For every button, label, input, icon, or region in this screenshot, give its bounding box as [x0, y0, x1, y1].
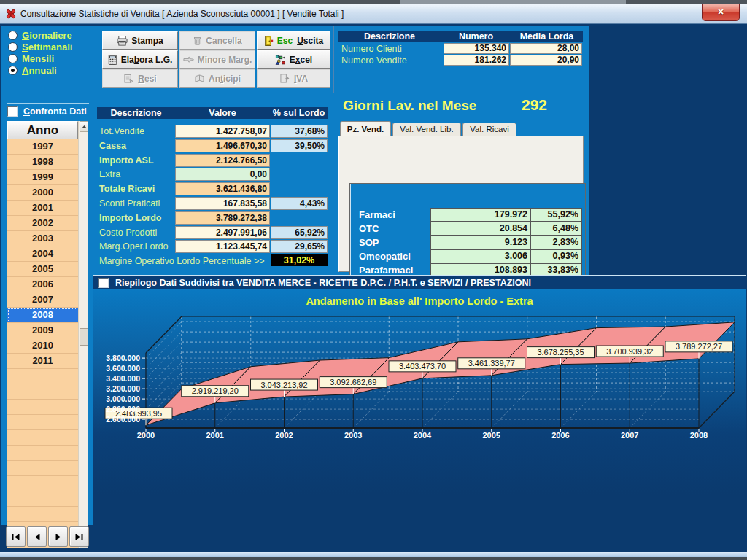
tab-val-ricavi[interactable]: Val. Ricavi	[462, 122, 516, 136]
excel-button[interactable]: Excel	[257, 50, 330, 69]
year-item-1998[interactable]: 1998	[7, 155, 78, 170]
nav-last-button[interactable]	[69, 526, 89, 547]
year-item-empty	[7, 461, 78, 476]
scroll-up-icon[interactable]	[80, 121, 88, 132]
button-label: Stampa	[131, 36, 163, 46]
stats-row-label: Importo ASL	[99, 155, 154, 166]
tab-pz-vend[interactable]: Pz. Vend.	[340, 121, 391, 136]
svg-text:2002: 2002	[275, 431, 293, 440]
category-pct: 2,83%	[530, 236, 582, 249]
period-radio-giornaliere[interactable]: Giornaliere	[8, 30, 72, 41]
compare-data-option[interactable]: Confronta Dati	[7, 106, 87, 117]
year-scrollbar[interactable]	[78, 121, 88, 548]
chart-title: Andamento in Base all' Importo Lordo - E…	[93, 295, 746, 307]
giorni-value: 292	[522, 96, 547, 114]
svg-text:2001: 2001	[206, 431, 224, 440]
svg-text:2007: 2007	[621, 431, 638, 440]
year-item-2011[interactable]: 2011	[7, 354, 78, 369]
category-label-farmaci: Farmaci	[359, 209, 395, 220]
nav-next-button[interactable]	[48, 526, 68, 547]
iva-button: IVA	[257, 69, 330, 88]
riepilogo-label: Riepilogo Dati Suddivisi tra VENDITA MER…	[115, 278, 531, 288]
riepilogo-checkbox[interactable]	[98, 278, 109, 288]
year-list-header: Anno	[7, 121, 78, 139]
svg-text:2000: 2000	[137, 431, 155, 440]
hand-icon	[183, 55, 194, 63]
giorni-panel: Giorni Lav. nel Mese 292 Farmaci179.9725…	[333, 93, 589, 275]
year-item-2010[interactable]: 2010	[7, 338, 78, 354]
year-item-empty	[7, 491, 78, 507]
summary-row-label: Numero Vendite	[341, 55, 407, 66]
year-item-1997[interactable]: 1997	[7, 139, 78, 155]
radio-icon	[8, 54, 18, 63]
year-item-2002[interactable]: 2002	[7, 216, 78, 231]
summary-numero-value: 181.262	[444, 55, 509, 66]
close-button[interactable]: ×	[702, 4, 740, 21]
year-item-empty	[7, 430, 78, 446]
button-label: Elabora L.G.	[121, 55, 173, 65]
stats-row-pct: 37,68%	[271, 125, 328, 138]
stats-row-pct: 29,65%	[271, 240, 328, 253]
svg-text:3.678.255,35: 3.678.255,35	[537, 348, 584, 357]
year-item-2006[interactable]: 2006	[7, 277, 78, 292]
stats-row-pct: 4,43%	[271, 197, 328, 210]
period-radio-settimanali[interactable]: Settimanali	[8, 42, 72, 52]
uscita-button[interactable]: EscUscita	[257, 31, 330, 50]
button-label: Resi	[138, 74, 156, 84]
stats-row-value: 3.621.436,80	[175, 182, 270, 195]
year-item-2003[interactable]: 2003	[7, 231, 78, 246]
stats-row-pct: 65,92%	[271, 226, 328, 239]
giorni-label: Giorni Lav. nel Mese	[343, 98, 476, 114]
svg-text:2006: 2006	[551, 431, 569, 440]
year-item-2005[interactable]: 2005	[7, 262, 78, 277]
nav-first-button[interactable]	[6, 526, 26, 547]
tab-val-vend-lib[interactable]: Val. Vend. Lib.	[392, 122, 461, 136]
nav-prev-icon	[34, 530, 40, 543]
nav-next-icon	[55, 530, 61, 543]
period-radio-annuali[interactable]: Annuali	[8, 65, 57, 76]
svg-text:3.400.000: 3.400.000	[106, 374, 140, 383]
svg-text:2003: 2003	[344, 431, 362, 440]
year-item-2009[interactable]: 2009	[7, 323, 78, 338]
svg-text:3.800.000: 3.800.000	[106, 354, 140, 362]
summary-header-media-lorda: Media Lorda	[511, 31, 583, 42]
sidebar: GiornaliereSettimanaliMensiliAnnuali Con…	[1, 26, 94, 525]
trash-icon	[193, 36, 202, 46]
year-item-2000[interactable]: 2000	[7, 185, 78, 201]
nav-prev-button[interactable]	[27, 526, 47, 547]
excel-icon	[275, 55, 286, 65]
stampa-button[interactable]: Stampa	[102, 31, 178, 50]
button-label: IVA	[294, 74, 308, 84]
year-item-2007[interactable]: 2007	[7, 292, 78, 308]
radio-icon	[8, 66, 18, 75]
stats-row-label: Extra	[99, 169, 120, 179]
compare-data-checkbox[interactable]	[7, 106, 18, 117]
riepilogo-bar: Riepilogo Dati Suddivisi tra VENDITA MER…	[93, 275, 746, 290]
svg-text:3.700.939,32: 3.700.939,32	[606, 347, 653, 356]
year-item-empty	[7, 400, 78, 415]
year-item-1999[interactable]: 1999	[7, 170, 78, 185]
scrollbar-thumb[interactable]	[80, 328, 88, 346]
svg-text:3.200.000: 3.200.000	[106, 384, 140, 393]
period-radio-mensili[interactable]: Mensili	[8, 53, 54, 64]
stats-row-value: 167.835,58	[175, 197, 270, 210]
year-item-2001[interactable]: 2001	[7, 201, 78, 216]
category-pct: 6,48%	[530, 222, 582, 236]
radio-icon	[8, 31, 18, 40]
elabora-l-g-button[interactable]: Elabora L.G.	[102, 50, 178, 69]
year-item-empty	[7, 384, 78, 400]
close-icon: ×	[718, 6, 724, 18]
summary-header-numero: Numero	[441, 31, 511, 42]
stats-row-value: 2.124.766,50	[175, 154, 270, 167]
stats-row-value: 3.789.272,38	[175, 211, 270, 225]
tab-content-panel: Farmaci179.97255,92%OTC20.8546,48%SOP9.1…	[338, 136, 584, 272]
year-item-2004[interactable]: 2004	[7, 246, 78, 262]
iva-icon	[279, 74, 290, 83]
svg-text:3.600.000: 3.600.000	[106, 364, 140, 373]
year-item-2008[interactable]: 2008	[7, 308, 78, 323]
stats-table: Margine Operativo Lordo Percentuale >> 3…	[97, 107, 328, 269]
svg-text:3.461.339,77: 3.461.339,77	[468, 359, 515, 368]
svg-text:3.403.473,70: 3.403.473,70	[399, 362, 446, 370]
esc-prefix: Esc	[277, 36, 293, 46]
period-radio-label: Giornaliere	[22, 30, 72, 41]
